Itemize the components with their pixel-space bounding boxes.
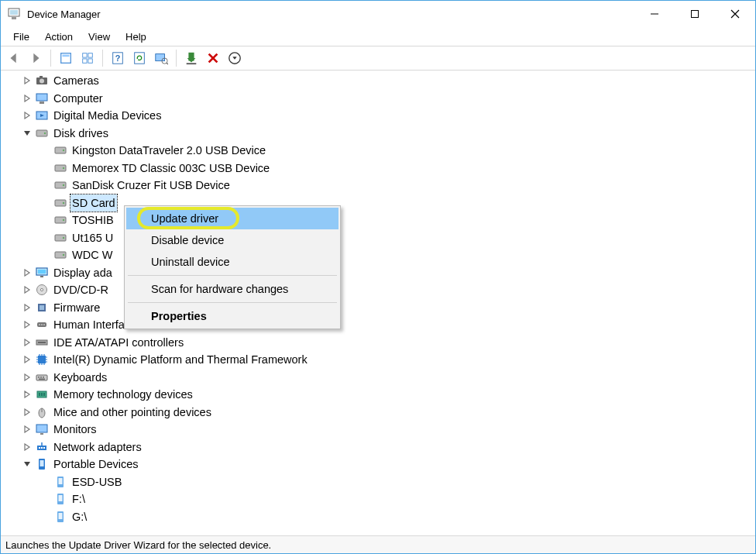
tree-node-label: Digital Media Devices: [52, 107, 163, 125]
dvd-icon: [35, 283, 49, 297]
tree-node[interactable]: Firmware: [7, 299, 755, 317]
keyboard-icon: [35, 370, 49, 384]
expand-icon[interactable]: [21, 371, 33, 384]
disk-icon: [53, 213, 67, 227]
tree-node[interactable]: TOSHIB: [7, 212, 755, 229]
expand-icon[interactable]: [21, 388, 33, 401]
tree-node-label: SD Card: [70, 194, 117, 212]
scan-hardware-button[interactable]: [151, 48, 171, 68]
menubar: File Action View Help: [1, 27, 755, 46]
toolbar-separator: [102, 50, 103, 67]
tree-node[interactable]: Ut165 U: [7, 229, 755, 247]
tree-node-label: DVD/CD-R: [52, 281, 110, 299]
context-menu-item[interactable]: Properties: [126, 305, 338, 327]
tree-node[interactable]: Memorex TD Classic 003C USB Device: [7, 160, 755, 177]
show-hide-console-tree-button[interactable]: [56, 48, 76, 68]
tree-node-label: Firmware: [52, 299, 101, 317]
tree-node[interactable]: Human Interface Devices: [7, 316, 755, 334]
tree-node[interactable]: Memory technology devices: [7, 386, 755, 404]
uninstall-device-button[interactable]: [203, 48, 223, 68]
tree-node[interactable]: WDC W: [7, 246, 755, 264]
tree-node[interactable]: Digital Media Devices: [7, 107, 755, 125]
collapse-icon[interactable]: [21, 127, 33, 139]
expand-icon[interactable]: [21, 74, 33, 87]
app-icon: [7, 7, 21, 21]
help-button[interactable]: [108, 48, 128, 68]
collapse-icon[interactable]: [21, 458, 33, 470]
context-menu-separator: [128, 275, 337, 276]
expand-icon[interactable]: [21, 92, 33, 105]
display-icon: [35, 266, 49, 280]
tree-node[interactable]: DVD/CD-R: [7, 281, 755, 299]
tree-node[interactable]: Intel(R) Dynamic Platform and Thermal Fr…: [7, 351, 755, 369]
tree-node[interactable]: Mice and other pointing devices: [7, 404, 755, 422]
tree-node[interactable]: IDE ATA/ATAPI controllers: [7, 334, 755, 352]
tree-node[interactable]: Network adapters: [7, 439, 755, 456]
context-menu-item[interactable]: Disable device: [126, 229, 338, 251]
tree-node[interactable]: G:\: [7, 508, 755, 526]
update-driver-button[interactable]: [181, 48, 201, 68]
statusbar: Launches the Update Driver Wizard for th…: [1, 536, 755, 553]
maximize-button[interactable]: [675, 1, 715, 27]
tree-node[interactable]: SanDisk Cruzer Fit USB Device: [7, 177, 755, 194]
menu-file[interactable]: File: [5, 29, 37, 44]
tree-node-label: Mice and other pointing devices: [52, 404, 213, 422]
tree-node[interactable]: SD Card: [7, 194, 755, 212]
tree-node[interactable]: Display ada: [7, 264, 755, 282]
computer-icon: [35, 91, 49, 105]
tree-node[interactable]: Kingston DataTraveler 2.0 USB Device: [7, 142, 755, 160]
firmware-icon: [35, 301, 49, 315]
expand-icon[interactable]: [21, 353, 33, 366]
tree-node-label: Network adapters: [52, 439, 143, 456]
tree-node[interactable]: Portable Devices: [7, 456, 755, 473]
context-menu-item[interactable]: Uninstall device: [126, 251, 338, 273]
minimize-button[interactable]: [634, 1, 675, 27]
tree-node[interactable]: Disk drives: [7, 125, 755, 143]
expand-icon[interactable]: [21, 301, 33, 314]
statusbar-text: Launches the Update Driver Wizard for th…: [5, 539, 271, 551]
tree-node-label: Ut165 U: [70, 229, 115, 247]
media-icon: [35, 108, 49, 122]
content-area: CamerasComputerDigital Media DevicesDisk…: [1, 71, 755, 536]
hid-icon: [35, 318, 49, 332]
disk-icon: [53, 178, 67, 192]
expand-icon[interactable]: [21, 267, 33, 279]
back-button[interactable]: [4, 48, 24, 68]
action-button[interactable]: [129, 48, 149, 68]
toolbar-separator: [50, 50, 51, 67]
camera-icon: [35, 74, 49, 88]
expand-icon[interactable]: [21, 284, 33, 296]
tree-node[interactable]: Keyboards: [7, 369, 755, 387]
expand-icon[interactable]: [21, 109, 33, 122]
expand-icon[interactable]: [21, 406, 33, 418]
menu-help[interactable]: Help: [118, 29, 154, 44]
forward-button[interactable]: [26, 48, 46, 68]
expand-icon[interactable]: [21, 318, 33, 331]
usb-icon: [53, 492, 67, 506]
device-tree[interactable]: CamerasComputerDigital Media DevicesDisk…: [1, 71, 755, 535]
tree-node[interactable]: F:\: [7, 490, 755, 508]
tree-node-label: Keyboards: [52, 369, 108, 387]
tree-node-label: WDC W: [70, 246, 114, 264]
usb-icon: [53, 510, 67, 524]
disable-device-button[interactable]: [225, 48, 245, 68]
close-button[interactable]: [715, 1, 755, 27]
menu-action[interactable]: Action: [37, 29, 81, 44]
expand-icon[interactable]: [21, 441, 33, 453]
tree-node-label: Computer: [52, 90, 105, 108]
context-menu-item[interactable]: Update driver: [126, 208, 338, 229]
properties-button[interactable]: [77, 48, 98, 68]
tree-node[interactable]: Cameras: [7, 72, 755, 90]
context-menu-separator: [128, 302, 337, 303]
expand-icon[interactable]: [21, 336, 33, 349]
tree-node-label: Display ada: [52, 264, 114, 282]
context-menu-item[interactable]: Scan for hardware changes: [126, 278, 338, 300]
expand-icon[interactable]: [21, 423, 33, 435]
monitor-icon: [35, 422, 49, 436]
toolbar: [1, 46, 755, 71]
tree-node[interactable]: Computer: [7, 90, 755, 108]
disk-icon: [53, 143, 67, 157]
menu-view[interactable]: View: [81, 29, 118, 44]
tree-node[interactable]: ESD-USB: [7, 473, 755, 491]
tree-node[interactable]: Monitors: [7, 421, 755, 439]
